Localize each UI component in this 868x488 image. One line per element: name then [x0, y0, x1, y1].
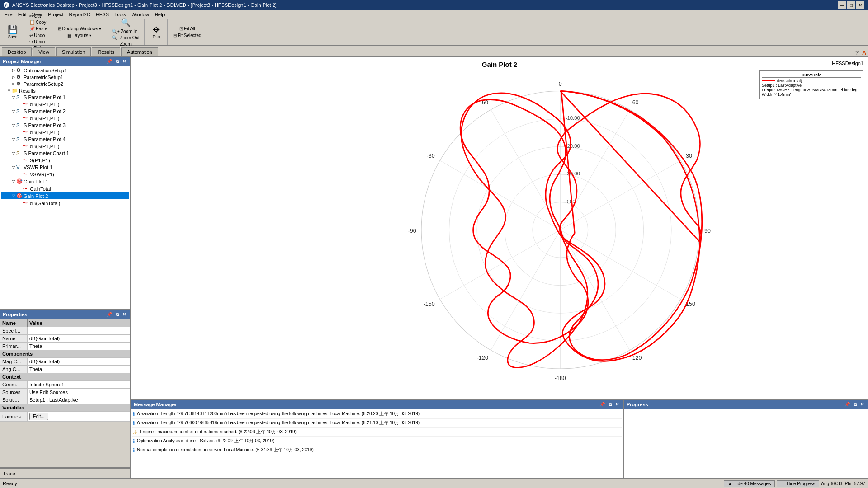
menu-item-tools[interactable]: Tools [112, 11, 129, 18]
panel-float-icon[interactable]: ⧉ [607, 402, 613, 407]
fit-all-button[interactable]: ⊡ Fit All [178, 26, 197, 32]
zoom-out-button[interactable]: 🔍- Zoom Out [110, 35, 142, 41]
tab-automation[interactable]: Automation [121, 47, 158, 56]
specif-input[interactable] [29, 328, 128, 333]
layouts-icon: ▦ [67, 33, 71, 38]
edit-button[interactable]: Edit... [29, 413, 48, 420]
pin-icon[interactable]: 📌 [105, 59, 113, 64]
tree-item-sparam4-curve[interactable]: 〜 dB(S(P1,P1)) [1, 142, 129, 150]
item-icon: ⚙ [16, 67, 24, 73]
gain-icon: 🎯 [16, 178, 24, 184]
cut-button[interactable]: ✂ Cut [28, 13, 49, 19]
tree-item-sparam1-curve[interactable]: 〜 dB(S(P1,P1)) [1, 100, 129, 108]
tree-item-paramsetup2[interactable]: ▷ ⚙ ParametricSetup2 [1, 80, 129, 87]
tree-item-sparam4[interactable]: ▽ S S Parameter Plot 4 [1, 136, 129, 142]
panel-float-icon[interactable]: ⧉ [114, 59, 120, 64]
expand-icon: ▷ [11, 75, 16, 79]
fit-section: ⊡ Fit All ⊞ Fit Selected [169, 19, 206, 45]
main-layout: Project Manager 📌 ⧉ ✕ ▷ ⚙ OptimizationSe… [0, 57, 868, 478]
curve-info-title: Curve Info [762, 73, 861, 78]
save-icon: 💾 [8, 26, 18, 34]
save-button[interactable]: 💾 Save [5, 25, 21, 40]
panel-close-icon[interactable]: ✕ [121, 59, 127, 64]
expand-icon: ▽ [11, 179, 16, 183]
properties-table: NameValue Specif... Name dB(GainTotal) P… [0, 319, 130, 422]
pan-icon: ✥ [153, 26, 160, 34]
expand-icon: ▷ [11, 82, 16, 86]
close-btn[interactable]: ✕ [856, 1, 864, 9]
tree-item-gainplot1-curve[interactable]: 〜 GainTotal [1, 185, 129, 192]
tree-item-paramsetup1[interactable]: ▷ ⚙ ParametricSetup1 [1, 74, 129, 80]
svg-text:0: 0 [559, 81, 562, 87]
tree-item-sparam3-curve[interactable]: 〜 dB(S(P1,P1)) [1, 128, 129, 136]
chart-icon: S [16, 136, 24, 142]
redo-icon: ↪ [29, 39, 33, 44]
pin-icon[interactable]: 📌 [105, 312, 113, 317]
svg-text:60: 60 [632, 99, 639, 106]
hide-messages-button[interactable]: ▲ Hide 40 Messages [724, 480, 775, 487]
info-icon: ℹ [133, 411, 135, 418]
menu-item-file[interactable]: File [2, 11, 15, 18]
copy-button[interactable]: 📋 Copy [28, 19, 49, 25]
fit-selected-button[interactable]: ⊞ Fit Selected [171, 33, 203, 38]
tree-item-gainplot2[interactable]: ▽ 🎯 Gain Plot 2 [1, 192, 129, 199]
menu-item-window[interactable]: Window [129, 11, 152, 18]
pan-button[interactable]: ✥ Pan [148, 25, 165, 40]
tree-item-sparam1[interactable]: ▽ S S Parameter Plot 1 [1, 94, 129, 100]
tree-item-sparamchart1-curve[interactable]: 〜 S(P1,P1) [1, 156, 129, 164]
svg-text:-30: -30 [427, 153, 435, 159]
tab-desktop[interactable]: Desktop [2, 47, 32, 56]
clipboard-group: ✂ Cut 📋 Copy 📌 Paste [28, 13, 49, 32]
tree-item-vswr1-curve[interactable]: 〜 VSWR(P1) [1, 170, 129, 178]
tree-item-results[interactable]: ▽ 📁 Results [1, 87, 129, 94]
curve-icon: 〜 [23, 157, 30, 164]
ansys-icon: Λ [862, 49, 866, 56]
tab-results[interactable]: Results [92, 47, 120, 56]
tab-view[interactable]: View [33, 47, 55, 56]
zoom-in-button[interactable]: 🔍+ Zoom In [110, 28, 142, 34]
center-area: Gain Plot 2 HFSSDesign1 Curve Info dB(Ga… [131, 57, 868, 478]
message-list: ℹ A variation (Length='29.7838143111203m… [131, 409, 623, 478]
tab-simulation[interactable]: Simulation [56, 47, 91, 56]
menu-item-report2d[interactable]: Report2D [66, 11, 93, 18]
tree-item-gainplot2-curve[interactable]: 〜 dB(GainTotal) [1, 199, 129, 207]
panel-float-icon[interactable]: ⧉ [114, 312, 120, 317]
panel-float-icon[interactable]: ⧉ [852, 402, 858, 407]
minimize-btn[interactable]: — [838, 1, 846, 9]
panel-close-icon[interactable]: ✕ [859, 402, 865, 407]
panel-close-icon[interactable]: ✕ [614, 402, 620, 407]
tree-item-vswr1[interactable]: ▽ V VSWR Plot 1 [1, 164, 129, 170]
prop-row-families: Families Edit... [0, 412, 130, 422]
layouts-button[interactable]: ▦ Layouts ▾ [66, 33, 93, 38]
project-manager-header: Project Manager 📌 ⧉ ✕ [0, 57, 130, 66]
left-panel: Project Manager 📌 ⧉ ✕ ▷ ⚙ OptimizationSe… [0, 57, 131, 478]
prop-row-specif: Specif... [0, 327, 130, 335]
info-icon: ℹ [133, 420, 135, 427]
tree-item-sparamchart1[interactable]: ▽ S S Parameter Chart 1 [1, 150, 129, 156]
docking-windows-button[interactable]: ⊞ Docking Windows ▾ [56, 26, 103, 32]
tree-item-sparam2[interactable]: ▽ S S Parameter Plot 2 [1, 108, 129, 114]
hide-progress-button[interactable]: — Hide Progress [777, 480, 819, 487]
help-icon[interactable]: ? [855, 49, 859, 56]
paste-button[interactable]: 📌 Paste [28, 26, 49, 32]
tree-item-sparam2-curve[interactable]: 〜 dB(S(P1,P1)) [1, 114, 129, 122]
menu-item-help[interactable]: Help [152, 11, 168, 18]
tree-item-optsetup[interactable]: ▷ ⚙ OptimizationSetup1 [1, 67, 129, 74]
expand-icon: ▽ [11, 137, 16, 141]
pan-section: ✥ Pan [146, 19, 168, 45]
svg-text:-10.00: -10.00 [566, 115, 580, 121]
plot-title: Gain Plot 2 [482, 61, 517, 68]
svg-text:-120: -120 [477, 355, 488, 361]
pin-icon[interactable]: 📌 [598, 402, 606, 407]
curve-icon: 〜 [23, 185, 30, 192]
chart-icon: S [16, 122, 24, 128]
pin-icon[interactable]: 📌 [843, 402, 851, 407]
panel-close-icon[interactable]: ✕ [121, 312, 127, 317]
maximize-btn[interactable]: □ [847, 1, 855, 9]
tree-item-gainplot1[interactable]: ▽ 🎯 Gain Plot 1 [1, 178, 129, 185]
tree-item-sparam3[interactable]: ▽ S S Parameter Plot 3 [1, 122, 129, 128]
menu-item-hfss[interactable]: HFSS [93, 11, 112, 18]
zoom-button[interactable]: 🔍 [118, 18, 134, 28]
undo-button[interactable]: ↩ Undo [28, 33, 49, 38]
redo-button[interactable]: ↪ Redo [28, 39, 49, 45]
